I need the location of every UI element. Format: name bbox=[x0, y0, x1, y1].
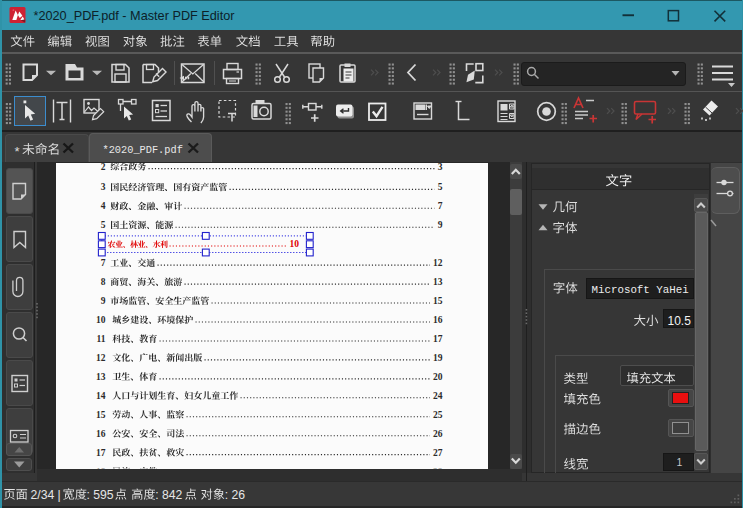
svg-text:*: * bbox=[15, 144, 20, 159]
svg-text:2: 2 bbox=[101, 162, 106, 172]
svg-text:15: 15 bbox=[433, 296, 443, 306]
svg-text:12: 12 bbox=[433, 258, 443, 268]
svg-text:9: 9 bbox=[101, 296, 106, 306]
svg-text:27: 27 bbox=[433, 448, 443, 458]
svg-text:7: 7 bbox=[101, 258, 106, 268]
svg-text:12: 12 bbox=[96, 353, 106, 363]
svg-text:: 26: : 26 bbox=[225, 488, 246, 502]
svg-text:14: 14 bbox=[96, 391, 106, 401]
svg-text:5: 5 bbox=[438, 182, 443, 192]
svg-text:16: 16 bbox=[433, 315, 443, 325]
svg-text:*2020_PDF.pdf: *2020_PDF.pdf bbox=[103, 144, 183, 156]
svg-text:10: 10 bbox=[96, 315, 106, 325]
svg-text:: 595: : 595 bbox=[87, 488, 114, 502]
svg-text:*2020_PDF.pdf - Master PDF Edi: *2020_PDF.pdf - Master PDF Editor bbox=[34, 9, 236, 23]
svg-text:20: 20 bbox=[433, 372, 443, 382]
svg-text:5: 5 bbox=[101, 220, 106, 230]
svg-text:9: 9 bbox=[438, 220, 443, 230]
svg-text:19: 19 bbox=[433, 353, 443, 363]
svg-text:10: 10 bbox=[290, 239, 300, 249]
svg-text:15: 15 bbox=[96, 410, 106, 420]
svg-text:10.5: 10.5 bbox=[668, 314, 692, 328]
svg-text:Microsoft YaHei: Microsoft YaHei bbox=[592, 284, 689, 296]
svg-text:25: 25 bbox=[433, 410, 443, 420]
svg-text:13: 13 bbox=[96, 372, 106, 382]
svg-text:11: 11 bbox=[97, 334, 106, 344]
svg-text:13: 13 bbox=[433, 277, 443, 287]
svg-text:28: 28 bbox=[433, 467, 443, 477]
svg-text:8: 8 bbox=[101, 277, 106, 287]
svg-text:26: 26 bbox=[433, 429, 443, 439]
svg-text:17: 17 bbox=[96, 448, 106, 458]
svg-text:17: 17 bbox=[433, 334, 443, 344]
svg-text:1: 1 bbox=[677, 456, 683, 468]
svg-text:4: 4 bbox=[101, 201, 106, 211]
svg-text:2/34 |: 2/34 | bbox=[31, 488, 61, 502]
svg-text:3: 3 bbox=[101, 182, 106, 192]
svg-text:: 842: : 842 bbox=[155, 488, 182, 502]
svg-text:18: 18 bbox=[96, 467, 106, 477]
svg-text:3: 3 bbox=[438, 162, 443, 172]
svg-text:24: 24 bbox=[433, 391, 443, 401]
svg-text:16: 16 bbox=[96, 429, 106, 439]
svg-text:7: 7 bbox=[438, 201, 443, 211]
